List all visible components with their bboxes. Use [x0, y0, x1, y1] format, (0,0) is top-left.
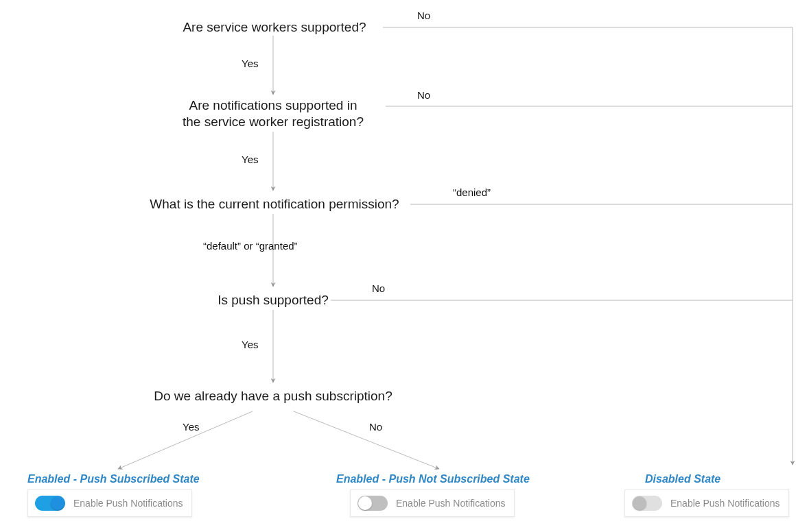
- edge-label-no: No: [372, 282, 385, 294]
- state-title-not-subscribed: Enabled - Push Not Subscribed State: [336, 473, 530, 485]
- text-line: the service worker registration?: [183, 114, 364, 129]
- edge-label-no: No: [417, 89, 430, 101]
- flowchart-connectors: [0, 0, 809, 532]
- edge-label-no: No: [369, 421, 382, 433]
- decision-notifications-supported: Are notifications supported in the servi…: [163, 97, 383, 130]
- state-card-subscribed: Enable Push Notifications: [27, 489, 192, 517]
- decision-permission: What is the current notification permiss…: [137, 196, 412, 213]
- edge-label-yes: Yes: [242, 154, 258, 165]
- edge-label-no: No: [417, 10, 430, 21]
- decision-have-subscription: Do we already have a push subscription?: [150, 388, 397, 404]
- edge-label-default-granted: “default” or “granted”: [203, 240, 298, 252]
- decision-push-supported: Is push supported?: [213, 292, 333, 309]
- svg-line-9: [118, 411, 253, 469]
- decision-service-workers: Are service workers supported?: [165, 19, 384, 36]
- toggle-label: Enable Push Notifications: [73, 498, 183, 509]
- edge-label-yes: Yes: [242, 58, 258, 69]
- toggle-off-icon: [357, 496, 388, 511]
- text-line: Are notifications supported in: [189, 98, 357, 112]
- state-title-disabled: Disabled State: [645, 473, 720, 485]
- edge-label-denied: “denied”: [453, 186, 491, 198]
- state-title-subscribed: Enabled - Push Subscribed State: [27, 473, 200, 485]
- toggle-disabled-icon: [632, 496, 662, 511]
- state-card-disabled: Enable Push Notifications: [624, 489, 789, 517]
- toggle-label: Enable Push Notifications: [396, 498, 506, 509]
- toggle-on-icon: [35, 496, 65, 511]
- svg-line-10: [294, 411, 439, 469]
- edge-label-yes: Yes: [242, 339, 258, 350]
- edge-label-yes: Yes: [183, 421, 199, 433]
- toggle-label: Enable Push Notifications: [670, 498, 780, 509]
- state-card-not-subscribed: Enable Push Notifications: [350, 489, 515, 517]
